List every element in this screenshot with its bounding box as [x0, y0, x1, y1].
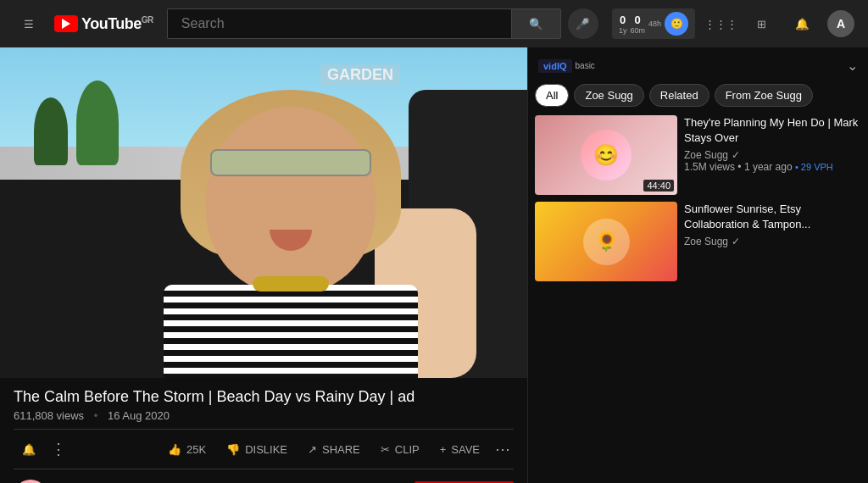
search-bar: 🔍 🎤 [167, 8, 598, 39]
mic-button[interactable]: 🎤 [568, 8, 598, 39]
search-button[interactable]: 🔍 [511, 8, 561, 39]
channel-notif-button[interactable]: 🔔 [14, 438, 44, 461]
card-meta-1: 1.5M views • 1 year ago • 29 VPH [684, 161, 861, 173]
card-channel-2: Zoe Sugg ✓ [684, 236, 861, 247]
hamburger-icon: ☰ [24, 18, 34, 31]
notification-area: 0 1y 0 60m 48h 🙂 [612, 8, 695, 39]
like-button[interactable]: 👍 25K [159, 438, 214, 461]
tree-2 [76, 80, 119, 165]
share-button[interactable]: ↗ SHARE [299, 438, 369, 461]
card-thumbnail-2: 🌻 [535, 202, 677, 281]
video-info: The Calm Before The Storm | Beach Day vs… [0, 378, 527, 483]
like-count: 25K [186, 443, 206, 456]
header-left: ☰ YouTubeGR [14, 8, 153, 39]
tree-1 [34, 97, 68, 165]
vidiq-wordmark: vidIQ [538, 59, 572, 73]
main-content: GARDEN [0, 47, 868, 483]
notif-item-2: 0 60m [630, 14, 645, 35]
sidebar-collapse-button[interactable]: ⌄ [847, 58, 858, 74]
user-avatar-small: 🙂 [665, 12, 688, 36]
sidebar-card-2[interactable]: 🌻 Sunflower Sunrise, Etsy Collaboration … [535, 202, 861, 281]
video-scene: GARDEN [0, 47, 527, 378]
avatar-image [14, 480, 47, 483]
card-vph-1: • 29 VPH [795, 162, 833, 172]
video-actions: 🔔 ⋮ 👍 25K 👎 DISLIKE ↗ SHARE ✂ [14, 429, 514, 469]
avatar[interactable]: A [827, 10, 854, 37]
more-options-button[interactable]: ⋮ [47, 436, 70, 462]
vidiq-plan: basic [576, 61, 595, 70]
youtube-play-icon [54, 15, 78, 32]
upload-date: 16 Aug 2020 [108, 409, 170, 422]
channel-verified-2: ✓ [732, 236, 740, 247]
channel-row: Zoe Sugg ✓ 4.93M subscribers SUBSCRIBE [14, 480, 514, 483]
video-duration-1: 44:40 [643, 180, 674, 192]
dislike-button[interactable]: 👎 DISLIKE [218, 438, 296, 461]
card-thumbnail-1: 😊 44:40 [535, 115, 677, 195]
channel-avatar[interactable] [14, 480, 47, 483]
header: ☰ YouTubeGR 🔍 🎤 0 1y 0 60m [0, 0, 868, 47]
country-code: GR [142, 15, 153, 25]
pill-zoe-sugg[interactable]: Zoe Sugg [574, 84, 643, 107]
card-info-1: They're Planning My Hen Do | Mark Stays … [684, 115, 861, 195]
view-count: 611,808 views [14, 409, 84, 422]
save-button[interactable]: + SAVE [431, 438, 488, 461]
channel-verified-1: ✓ [732, 149, 740, 161]
options-icon: ⋮⋮⋮ [704, 18, 737, 31]
apps-icon: ⊞ [757, 18, 766, 31]
card-title-2: Sunflower Sunrise, Etsy Collaboration & … [684, 202, 861, 232]
thumb-image-2: 🌻 [535, 202, 677, 281]
thumbs-up-icon: 👍 [168, 443, 181, 456]
sidebar: vidIQ basic ⌄ All Zoe Sugg Related From … [527, 47, 868, 483]
notif-item-1: 0 1y [619, 14, 627, 35]
vidiq-logo-area: vidIQ basic [538, 59, 595, 73]
sidebar-header: vidIQ basic ⌄ [535, 54, 861, 77]
youtube-wordmark: YouTubeGR [81, 15, 153, 33]
video-section: GARDEN [0, 47, 527, 483]
header-right: 0 1y 0 60m 48h 🙂 ⋮⋮⋮ ⊞ 🔔 A [612, 8, 854, 39]
mouth [270, 230, 312, 251]
bell-icon: 🔔 [795, 18, 810, 31]
card-title-1: They're Planning My Hen Do | Mark Stays … [684, 115, 861, 146]
bell-small-icon: 🔔 [22, 443, 36, 456]
garden-sign: GARDEN [320, 64, 400, 86]
apps-button[interactable]: ⊞ [746, 8, 776, 39]
person [155, 90, 426, 378]
clip-button[interactable]: ✂ CLIP [372, 438, 428, 461]
shirt [164, 285, 418, 378]
extra-options-button[interactable]: ⋯ [492, 436, 514, 462]
card-channel-1: Zoe Sugg ✓ [684, 149, 861, 161]
search-input[interactable] [167, 8, 511, 39]
save-icon: + [440, 443, 447, 456]
clip-icon: ✂ [381, 443, 390, 456]
video-meta: 611,808 views • 16 Aug 2020 [14, 409, 514, 422]
pill-related[interactable]: Related [649, 84, 709, 107]
notifications-button[interactable]: 🔔 [787, 8, 817, 39]
sunglasses [210, 149, 371, 176]
thumbs-down-icon: 👎 [226, 443, 240, 456]
sidebar-card-1[interactable]: 😊 44:40 They're Planning My Hen Do | Mar… [535, 115, 861, 195]
face [206, 107, 376, 293]
menu-button[interactable]: ☰ [14, 8, 44, 39]
search-icon: 🔍 [529, 18, 543, 31]
notif-item-3: 48h [648, 19, 661, 28]
video-title: The Calm Before The Storm | Beach Day vs… [14, 388, 514, 406]
video-player[interactable]: GARDEN [0, 47, 527, 378]
youtube-logo[interactable]: YouTubeGR [54, 15, 153, 33]
mic-icon: 🎤 [576, 18, 590, 31]
share-icon: ↗ [308, 443, 317, 456]
pill-all[interactable]: All [535, 84, 569, 107]
necklace [253, 276, 329, 291]
card-info-2: Sunflower Sunrise, Etsy Collaboration & … [684, 202, 861, 281]
filter-pills: All Zoe Sugg Related From Zoe Sugg [535, 84, 861, 107]
options-menu-button[interactable]: ⋮⋮⋮ [705, 8, 736, 39]
pill-from-zoe-sugg[interactable]: From Zoe Sugg [715, 84, 813, 107]
